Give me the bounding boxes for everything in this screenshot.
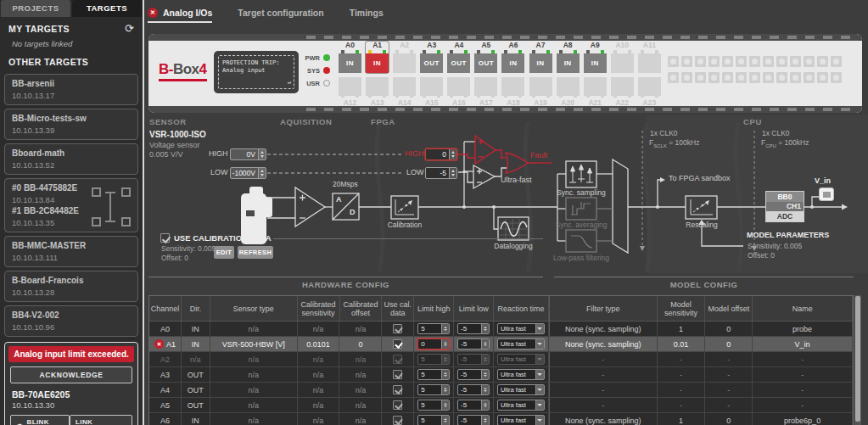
link-project-button[interactable]: LINK PROJECT <box>70 415 132 425</box>
table-row-a4[interactable]: A4 OUT n/a n/a n/a 5 -5 Ultra fast - - -… <box>149 383 853 398</box>
channel-a9[interactable]: A9IN <box>584 42 607 73</box>
signal-chain-diagram: SENSOR AQUISITION FPGA CPU VSR-1000-ISO … <box>144 115 868 273</box>
tab-timings[interactable]: Timings <box>350 8 384 23</box>
adc-rate-label: 20Msps <box>333 180 358 188</box>
channel-a7[interactable]: A7IN <box>529 42 552 73</box>
channel-a18[interactable]: A18 <box>501 77 524 107</box>
sensor-low-spinner[interactable]: -1000V <box>230 167 266 179</box>
channel-a16[interactable]: A16 <box>447 77 470 107</box>
limit-high-spinner[interactable]: 5 <box>417 323 450 334</box>
limit-low-spinner[interactable]: -5 <box>457 415 490 425</box>
channel-a23[interactable]: A23 <box>638 77 661 107</box>
channel-a6[interactable]: A6IN <box>501 42 524 73</box>
target-card-paired[interactable]: #0 BB-4475882E 10.10.13.84 #1 BB-2C84482… <box>4 178 138 232</box>
calibration-label: Calibration <box>387 221 423 229</box>
channel-a10[interactable]: A10 <box>611 42 634 73</box>
target-card[interactable]: B-Board-Francois 10.10.13.28 <box>4 271 138 302</box>
use-cal-checkbox[interactable] <box>393 400 402 410</box>
to-fpga-sandbox-label: To FPGA sandbox <box>669 174 731 182</box>
reaction-time-select[interactable]: Ultra fast <box>497 415 545 425</box>
refresh-button[interactable]: REFRESH <box>238 246 273 259</box>
limit-low-spinner[interactable]: -5 <box>457 400 490 411</box>
use-cal-checkbox[interactable] <box>393 416 402 425</box>
limit-high-spinner[interactable]: 5 <box>417 415 450 425</box>
channel-a15[interactable]: A15 <box>420 77 443 107</box>
vin-label: V_in <box>815 176 831 185</box>
tab-projects[interactable]: PROJECTS <box>1 0 70 17</box>
use-calibration-checkbox[interactable] <box>160 233 170 243</box>
datalogging-label: Datalogging <box>492 242 535 250</box>
reaction-time-select[interactable]: Ultra fast <box>497 384 545 395</box>
table-row-a5[interactable]: A5 OUT n/a n/a n/a 5 -5 Ultra fast - - -… <box>149 398 853 413</box>
adc-a-letter: A <box>336 195 342 204</box>
channel-a22[interactable]: A22 <box>611 77 634 107</box>
table-row-a6[interactable]: A6 IN n/a n/a n/a 5 -5 Ultra fast None (… <box>149 413 853 425</box>
limit-high-spinner[interactable]: 5 <box>417 369 450 380</box>
limit-low-spinner[interactable]: -5 <box>457 369 490 380</box>
channel-a19[interactable]: A19 <box>529 77 552 107</box>
channel-a13[interactable]: A13 <box>366 77 389 107</box>
target-card[interactable]: BB4-V2-002 10.10.10.96 <box>4 305 138 337</box>
channel-a1[interactable]: A1IN <box>366 42 389 73</box>
limit-high-spinner[interactable]: 5 <box>417 354 450 365</box>
digital-io-connectors <box>668 56 842 88</box>
table-row-a1[interactable]: ✕A1 IN VSR-500-HBW [V] 0.0101 0 0 -5 Ult… <box>149 337 853 352</box>
limit-high-spinner[interactable]: 5 <box>417 384 450 395</box>
reaction-time-select[interactable]: Ultra fast <box>497 338 545 350</box>
channel-a17[interactable]: A17 <box>474 77 497 107</box>
limit-low-spinner[interactable]: -5 <box>457 384 490 395</box>
alert-banner: Analog input limit exceeded. <box>8 346 134 362</box>
blink-led-button[interactable]: BLINK LED <box>10 415 70 425</box>
error-close-icon[interactable]: ✕ <box>148 8 158 18</box>
reaction-time-select[interactable]: Ultra fast <box>497 400 545 411</box>
acknowledge-button[interactable]: ACKNOWLEDGE <box>10 366 132 383</box>
fault-label: Fault <box>530 151 547 159</box>
target-card[interactable]: Bboard-math 10.10.13.52 <box>4 143 138 175</box>
channel-a2[interactable]: A2 <box>393 42 416 73</box>
channel-a4[interactable]: A4OUT <box>447 42 470 73</box>
reaction-time-select[interactable]: Ultra fast <box>497 354 545 365</box>
target-card[interactable]: BB-Micro-tests-sw 10.10.13.39 <box>4 109 138 140</box>
use-cal-checkbox[interactable] <box>393 385 402 394</box>
sensor-high-spinner[interactable]: 0V <box>230 148 266 160</box>
table-scrollbar[interactable] <box>854 295 861 425</box>
ultra-fast-label: Ultra-fast <box>501 176 532 184</box>
channel-a20[interactable]: A20 <box>557 77 580 107</box>
channel-a14[interactable]: A14 <box>393 77 416 107</box>
channel-a11[interactable]: A11 <box>638 42 661 73</box>
use-cal-checkbox[interactable] <box>393 355 402 364</box>
channel-a5[interactable]: A5OUT <box>474 42 497 73</box>
limit-high-spinner[interactable]: 5 <box>417 400 450 411</box>
channel-a12[interactable]: A12 <box>339 77 361 107</box>
table-row-a0[interactable]: A0 IN n/a n/a n/a 5 -5 Ultra fast None (… <box>149 322 853 337</box>
tab-targets[interactable]: TARGETS <box>72 0 142 17</box>
sensor-low-label: LOW <box>210 168 228 176</box>
reaction-time-select[interactable]: Ultra fast <box>497 369 545 380</box>
edit-button[interactable]: EDIT <box>214 246 234 259</box>
channel-a0[interactable]: A0IN <box>339 42 361 73</box>
limit-high-spinner[interactable]: 0 <box>417 338 450 350</box>
limit-low-spinner[interactable]: -5 <box>457 323 490 334</box>
device-bottom-rail <box>148 106 862 113</box>
use-cal-checkbox[interactable] <box>393 339 402 349</box>
model-config-header: MODEL CONFIG <box>554 277 854 289</box>
tab-target-configuration[interactable]: Target configuration <box>238 8 323 23</box>
channel-a3[interactable]: A3OUT <box>420 42 443 73</box>
alert-target-card[interactable]: Analog input limit exceeded. ACKNOWLEDGE… <box>4 342 138 425</box>
table-row-a2[interactable]: A2 n/a n/a n/a n/a 5 -5 Ultra fast - - -… <box>149 352 853 367</box>
target-card[interactable]: BB-arsenii 10.10.13.17 <box>4 74 138 105</box>
fpga-low-spinner[interactable]: -5 <box>425 167 457 179</box>
use-cal-checkbox[interactable] <box>393 370 402 379</box>
limit-low-spinner[interactable]: -5 <box>457 354 490 365</box>
target-card[interactable]: BB-MMC-MASTER 10.10.13.111 <box>4 236 138 267</box>
channel-a21[interactable]: A21 <box>584 77 607 107</box>
channel-a8[interactable]: A8IN <box>557 42 580 73</box>
table-row-a3[interactable]: A3 OUT n/a n/a n/a 5 -5 Ultra fast - - -… <box>149 367 853 383</box>
tab-analog-ios[interactable]: ✕ Analog I/Os <box>148 8 212 23</box>
reaction-time-select[interactable]: Ultra fast <box>497 323 545 334</box>
section-aquisition: AQUISITION <box>280 117 332 126</box>
fpga-high-spinner[interactable]: 0 <box>425 148 457 160</box>
refresh-icon[interactable]: ⟳ <box>125 24 134 34</box>
use-cal-checkbox[interactable] <box>393 324 402 333</box>
limit-low-spinner[interactable]: -5 <box>457 338 490 350</box>
